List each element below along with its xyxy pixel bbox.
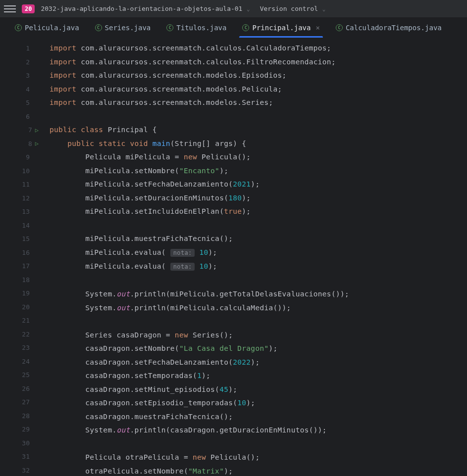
gutter-line: 24 [0, 355, 44, 369]
line-number: 24 [18, 358, 30, 365]
line-number: 18 [18, 276, 30, 284]
run-gutter-icon[interactable]: ▷ [35, 140, 39, 147]
code-line: Pelicula otraPelicula = new Pelicula(); [50, 451, 349, 465]
tab-label: Pelicula.java [25, 24, 79, 32]
line-number: 22 [18, 331, 30, 338]
code-line: System.out.println(miPelicula.getTotalDe… [50, 287, 349, 301]
line-number: 3 [18, 72, 30, 79]
gutter-line: 31 [0, 450, 44, 464]
tab-label: CalculadoraTiempos.java [346, 24, 442, 32]
line-number: 10 [18, 167, 30, 175]
code-line: miPelicula.setDuracionEnMinutos(180); [50, 191, 349, 205]
code-line [50, 437, 349, 451]
code-line: casaDragon.setEpisodio_temporadas(10); [50, 396, 349, 410]
line-number: 7 [20, 126, 32, 134]
code-line: import com.aluracursos.screenmatch.model… [50, 69, 349, 83]
gutter-line: 18 [0, 273, 44, 287]
hamburger-menu-icon[interactable] [4, 3, 16, 15]
line-number: 17 [18, 262, 30, 270]
close-icon[interactable]: × [315, 24, 319, 32]
line-number: 11 [18, 181, 30, 188]
code-line: public class Principal { [50, 123, 349, 137]
line-number: 15 [18, 235, 30, 242]
editor-tab[interactable]: CPelicula.java [7, 18, 87, 38]
code-line: miPelicula.evalua( nota: 10); [50, 260, 349, 274]
parameter-hint: nota: [170, 263, 195, 271]
code-line: casaDragon.setMinut_episodios(45); [50, 383, 349, 397]
code-line: miPelicula.evalua( nota: 10); [50, 246, 349, 260]
line-number: 9 [18, 153, 30, 161]
gutter-line: 6 [0, 110, 44, 124]
gutter-line: 3 [0, 69, 44, 83]
gutter-line: 28 [0, 409, 44, 423]
java-class-icon: C [166, 24, 173, 31]
gutter-line: 10 [0, 164, 44, 178]
run-gutter-icon[interactable]: ▷ [35, 127, 39, 134]
code-line [50, 274, 349, 288]
gutter-line: 32 [0, 464, 44, 476]
editor-tab[interactable]: CTitulos.java [158, 18, 234, 38]
code-line: otraPelicula.setNombre("Matrix"); [50, 465, 349, 476]
gutter-line: 21 [0, 314, 44, 328]
code-line: import com.aluracursos.screenmatch.calcu… [50, 55, 349, 69]
java-class-icon: C [242, 24, 249, 31]
project-badge: 20 [22, 4, 35, 13]
gutter-line: 20 [0, 300, 44, 314]
gutter-line: 17 [0, 259, 44, 273]
code-line: Series casaDragon = new Series(); [50, 329, 349, 342]
editor-tab[interactable]: CSeries.java [87, 18, 159, 38]
code-line: System.out.println(casaDragon.getDuracio… [50, 424, 349, 437]
code-line: import com.aluracursos.screenmatch.calcu… [50, 42, 349, 55]
code-line: System.out.println(miPelicula.calculaMed… [50, 301, 349, 315]
version-control-dropdown[interactable]: Version control ⌄ [260, 5, 326, 12]
gutter-line: 5 [0, 96, 44, 110]
gutter-line: 2 [0, 55, 44, 69]
editor-tab[interactable]: CCalculadoraTiempos.java [328, 18, 450, 38]
editor-tabs: CPelicula.javaCSeries.javaCTitulos.javaC… [0, 18, 467, 38]
code-line: Pelicula miPelicula = new Pelicula(); [50, 150, 349, 164]
line-number: 21 [18, 317, 30, 324]
line-number: 6 [18, 113, 30, 120]
line-number: 27 [18, 398, 30, 406]
line-number: 20 [18, 303, 30, 311]
code-line: casaDragon.setNombre("La Casa del Dragon… [50, 342, 349, 356]
line-number: 13 [18, 208, 30, 215]
code-line [50, 110, 349, 124]
java-class-icon: C [95, 24, 102, 31]
line-number: 16 [18, 249, 30, 256]
line-number: 2 [18, 58, 30, 66]
code-area[interactable]: import com.aluracursos.screenmatch.calcu… [44, 38, 349, 476]
tab-label: Principal.java [252, 24, 311, 32]
line-number: 5 [18, 99, 30, 106]
tab-label: Series.java [105, 24, 151, 32]
gutter-line: 27 [0, 395, 44, 409]
code-line: miPelicula.setFechaDeLanzamiento(2021); [50, 178, 349, 191]
line-number: 23 [18, 344, 30, 351]
gutter-line: 1 [0, 42, 44, 55]
code-line: miPelicula.setIncluidoEnElPlan(true); [50, 205, 349, 219]
line-number: 31 [18, 453, 30, 460]
line-number: 25 [18, 371, 30, 379]
line-number: 29 [18, 426, 30, 433]
java-class-icon: C [15, 24, 22, 31]
chevron-down-icon: ⌄ [319, 6, 325, 12]
code-line: miPelicula.setNombre("Encanto"); [50, 164, 349, 178]
code-line [50, 219, 349, 233]
line-number: 1 [18, 45, 30, 52]
editor-tab[interactable]: CPrincipal.java× [234, 18, 327, 38]
gutter: 1234567▷8▷910111213141516171819202122232… [0, 38, 44, 476]
code-line [50, 315, 349, 329]
gutter-line: 15 [0, 232, 44, 246]
line-number: 14 [18, 222, 30, 229]
parameter-hint: nota: [170, 249, 195, 257]
gutter-line: 23 [0, 341, 44, 355]
gutter-line: 9 [0, 150, 44, 164]
project-name-dropdown[interactable]: 2032-java-aplicando-la-orientacion-a-obj… [41, 5, 250, 12]
gutter-line: 30 [0, 436, 44, 450]
code-line: import com.aluracursos.screenmatch.model… [50, 83, 349, 96]
gutter-line: 26 [0, 382, 44, 396]
gutter-line: 22 [0, 328, 44, 341]
gutter-line: 29 [0, 423, 44, 436]
code-line: casaDragon.setTemporadas(1); [50, 369, 349, 383]
line-number: 26 [18, 385, 30, 392]
